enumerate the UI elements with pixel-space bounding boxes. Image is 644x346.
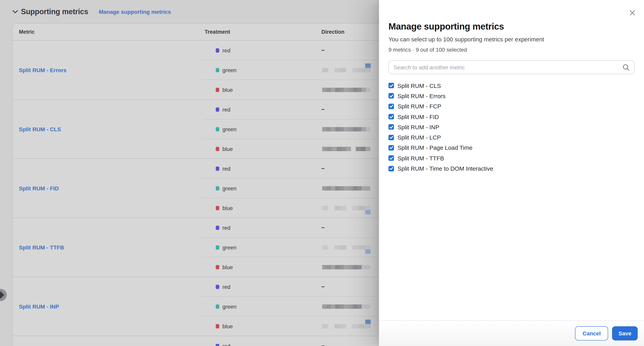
metric-search-box — [388, 60, 634, 74]
metric-item-label: Split RUM - TTFB — [398, 155, 444, 161]
metric-checkbox[interactable] — [388, 135, 394, 140]
drawer-title: Manage supporting metrics — [388, 20, 634, 32]
metric-list-item[interactable]: Split RUM - FID — [388, 111, 634, 122]
metric-list-item[interactable]: Split RUM - Page Load Time — [388, 143, 634, 153]
metric-list-item[interactable]: Split RUM - TTFB — [388, 153, 634, 163]
metric-checkbox[interactable] — [388, 114, 394, 119]
metric-item-label: Split RUM - LCP — [398, 134, 441, 141]
drawer-subtitle: You can select up to 100 supporting metr… — [388, 35, 634, 43]
metric-item-label: Split RUM - INP — [398, 124, 439, 130]
selection-summary: 9 metrics · 9 out of 100 selected — [388, 46, 634, 53]
metric-checkbox-list: Split RUM - CLSSplit RUM - ErrorsSplit R… — [388, 80, 634, 174]
metric-list-item[interactable]: Split RUM - LCP — [388, 132, 634, 143]
manage-supporting-metrics-drawer: Manage supporting metrics You can select… — [379, 0, 644, 346]
metric-item-label: Split RUM - Page Load Time — [398, 144, 472, 151]
metric-checkbox[interactable] — [388, 83, 394, 88]
metric-item-label: Split RUM - FID — [398, 113, 439, 120]
close-icon[interactable] — [628, 9, 636, 16]
metric-checkbox[interactable] — [388, 93, 394, 99]
metric-checkbox[interactable] — [388, 166, 394, 171]
metric-item-label: Split RUM - CLS — [398, 82, 441, 89]
metric-list-item[interactable]: Split RUM - FCP — [388, 101, 634, 111]
metric-checkbox[interactable] — [388, 145, 394, 151]
metric-list-item[interactable]: Split RUM - Errors — [388, 91, 634, 101]
metric-checkbox[interactable] — [388, 124, 394, 130]
save-button[interactable]: Save — [612, 326, 638, 341]
metric-item-label: Split RUM - Errors — [398, 93, 446, 99]
drawer-footer: Cancel Save — [379, 320, 644, 346]
app-root: Supporting metrics Manage supporting met… — [0, 0, 644, 346]
metric-item-label: Split RUM - Time to DOM Interactive — [398, 165, 493, 172]
metric-checkbox[interactable] — [388, 155, 394, 161]
metric-checkbox[interactable] — [388, 103, 394, 109]
metric-item-label: Split RUM - FCP — [398, 103, 441, 110]
search-icon — [622, 63, 630, 71]
metric-list-item[interactable]: Split RUM - CLS — [388, 80, 634, 91]
cancel-button[interactable]: Cancel — [575, 326, 608, 341]
metric-list-item[interactable]: Split RUM - INP — [388, 122, 634, 132]
metric-search-input[interactable] — [389, 61, 634, 74]
metric-list-item[interactable]: Split RUM - Time to DOM Interactive — [388, 163, 634, 174]
